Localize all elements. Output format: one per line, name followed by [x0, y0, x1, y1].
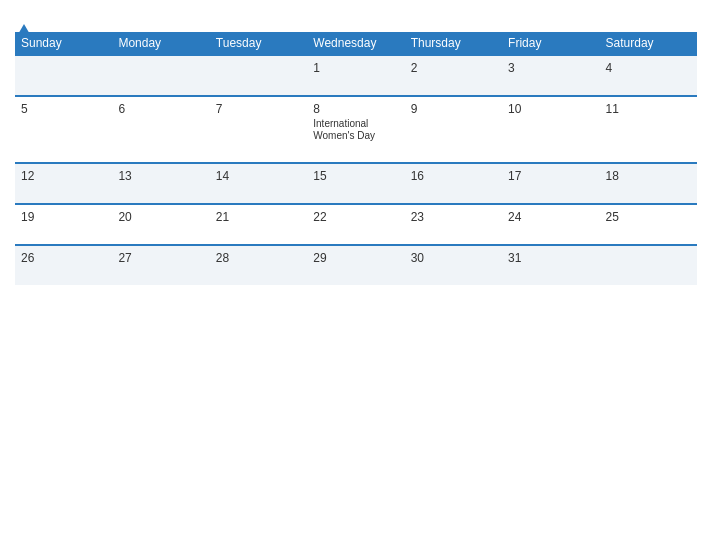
day-number: 8	[313, 102, 398, 116]
calendar-cell: 4	[600, 55, 697, 96]
calendar-body: 12345678International Women's Day9101112…	[15, 55, 697, 285]
day-number: 7	[216, 102, 301, 116]
day-number: 21	[216, 210, 301, 224]
day-number: 4	[606, 61, 691, 75]
calendar-cell	[112, 55, 209, 96]
day-number: 30	[411, 251, 496, 265]
weekday-header-saturday: Saturday	[600, 32, 697, 55]
day-number: 17	[508, 169, 593, 183]
calendar-cell: 5	[15, 96, 112, 163]
day-number: 1	[313, 61, 398, 75]
calendar-cell: 16	[405, 163, 502, 204]
day-number: 22	[313, 210, 398, 224]
calendar-cell: 26	[15, 245, 112, 285]
calendar-week-row: 1234	[15, 55, 697, 96]
day-number: 16	[411, 169, 496, 183]
calendar-cell: 11	[600, 96, 697, 163]
weekday-header-sunday: Sunday	[15, 32, 112, 55]
calendar-cell: 25	[600, 204, 697, 245]
weekday-header-friday: Friday	[502, 32, 599, 55]
calendar-cell: 3	[502, 55, 599, 96]
calendar-cell: 10	[502, 96, 599, 163]
calendar-cell: 31	[502, 245, 599, 285]
calendar-cell: 12	[15, 163, 112, 204]
calendar-cell: 2	[405, 55, 502, 96]
day-number: 29	[313, 251, 398, 265]
calendar-cell: 7	[210, 96, 307, 163]
calendar-cell: 28	[210, 245, 307, 285]
calendar-cell: 23	[405, 204, 502, 245]
calendar-cell: 17	[502, 163, 599, 204]
day-number: 26	[21, 251, 106, 265]
day-number: 19	[21, 210, 106, 224]
calendar-cell: 9	[405, 96, 502, 163]
page: SundayMondayTuesdayWednesdayThursdayFrid…	[0, 0, 712, 550]
calendar-week-row: 12131415161718	[15, 163, 697, 204]
logo	[15, 10, 31, 24]
logo-text-block	[15, 10, 31, 24]
day-number: 31	[508, 251, 593, 265]
calendar-cell: 21	[210, 204, 307, 245]
weekday-header-wednesday: Wednesday	[307, 32, 404, 55]
day-number: 3	[508, 61, 593, 75]
day-number: 23	[411, 210, 496, 224]
calendar-week-row: 5678International Women's Day91011	[15, 96, 697, 163]
calendar-cell: 18	[600, 163, 697, 204]
calendar-cell: 30	[405, 245, 502, 285]
day-number: 15	[313, 169, 398, 183]
calendar-cell: 15	[307, 163, 404, 204]
day-number: 27	[118, 251, 203, 265]
calendar-table: SundayMondayTuesdayWednesdayThursdayFrid…	[15, 32, 697, 285]
day-number: 28	[216, 251, 301, 265]
weekday-header-tuesday: Tuesday	[210, 32, 307, 55]
calendar-cell: 8International Women's Day	[307, 96, 404, 163]
day-number: 9	[411, 102, 496, 116]
calendar-cell: 13	[112, 163, 209, 204]
day-number: 12	[21, 169, 106, 183]
holiday-label: International Women's Day	[313, 118, 398, 142]
day-number: 5	[21, 102, 106, 116]
logo-triangle-icon	[17, 9, 31, 36]
day-number: 18	[606, 169, 691, 183]
header	[15, 10, 697, 24]
calendar-cell	[15, 55, 112, 96]
day-number: 10	[508, 102, 593, 116]
day-number: 24	[508, 210, 593, 224]
calendar-cell: 22	[307, 204, 404, 245]
weekday-header-thursday: Thursday	[405, 32, 502, 55]
calendar-cell	[210, 55, 307, 96]
calendar-cell: 27	[112, 245, 209, 285]
calendar-cell: 19	[15, 204, 112, 245]
day-number: 20	[118, 210, 203, 224]
calendar-cell: 24	[502, 204, 599, 245]
calendar-cell: 20	[112, 204, 209, 245]
calendar-cell: 29	[307, 245, 404, 285]
day-number: 6	[118, 102, 203, 116]
day-number: 14	[216, 169, 301, 183]
day-number: 25	[606, 210, 691, 224]
calendar-cell: 6	[112, 96, 209, 163]
day-number: 2	[411, 61, 496, 75]
weekday-header-monday: Monday	[112, 32, 209, 55]
calendar-cell	[600, 245, 697, 285]
weekday-header-row: SundayMondayTuesdayWednesdayThursdayFrid…	[15, 32, 697, 55]
day-number: 11	[606, 102, 691, 116]
day-number: 13	[118, 169, 203, 183]
calendar-week-row: 19202122232425	[15, 204, 697, 245]
calendar-week-row: 262728293031	[15, 245, 697, 285]
calendar-cell: 1	[307, 55, 404, 96]
calendar-cell: 14	[210, 163, 307, 204]
